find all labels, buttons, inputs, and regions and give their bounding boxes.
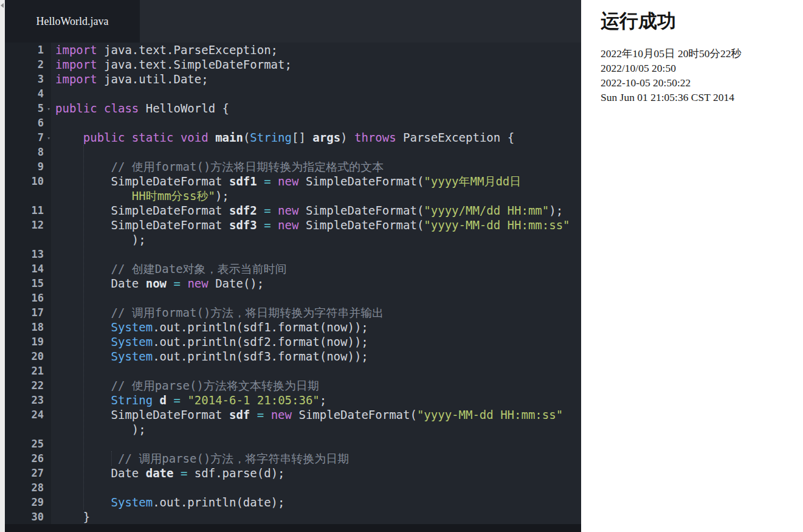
code-line[interactable]: 6 xyxy=(5,116,581,130)
code-line[interactable]: 24 SimpleDateFormat sdf = new SimpleDate… xyxy=(5,407,581,422)
collapse-left-icon[interactable] xyxy=(1,3,4,8)
code-line-text: System.out.println(sdf2.format(now)); xyxy=(51,334,581,349)
code-line[interactable]: 20 System.out.println(sdf3.format(now)); xyxy=(5,349,581,364)
code-line[interactable]: 3import java.util.Date; xyxy=(5,72,581,86)
code-line[interactable]: 29 System.out.println(date); xyxy=(5,495,581,510)
line-number: 11 xyxy=(5,203,51,218)
line-number: 18 xyxy=(5,320,51,334)
output-line: 2022-10-05 20:50:22 xyxy=(601,75,803,90)
fold-chevron-down-icon[interactable]: ▾ xyxy=(47,131,50,145)
output-line: Sun Jun 01 21:05:36 CST 2014 xyxy=(601,90,803,105)
code-line[interactable]: 19 System.out.println(sdf2.format(now)); xyxy=(5,334,581,349)
code-line-text: // 使用parse()方法将文本转换为日期 xyxy=(51,378,581,393)
code-line[interactable]: 4 xyxy=(5,86,581,101)
output-line: 2022/10/05 20:50 xyxy=(601,61,803,75)
code-line[interactable]: 9 // 使用format()方法将日期转换为指定格式的文本 xyxy=(5,159,581,174)
panel-splitter[interactable] xyxy=(0,0,5,532)
code-line[interactable]: 22 // 使用parse()方法将文本转换为日期 xyxy=(5,378,581,393)
code-line-text xyxy=(51,247,581,261)
code-line-text: public class HelloWorld { xyxy=(51,101,581,116)
code-line-text: SimpleDateFormat sdf = new SimpleDateFor… xyxy=(51,407,581,422)
code-line-text xyxy=(51,364,581,378)
code-line[interactable]: 5▾public class HelloWorld { xyxy=(5,101,581,116)
line-number: 14 xyxy=(5,261,51,276)
code-line-text xyxy=(51,116,581,130)
code-line[interactable]: 26 // 调用parse()方法，将字符串转换为日期 xyxy=(5,451,581,466)
fold-chevron-down-icon[interactable]: ▾ xyxy=(47,102,50,116)
run-output-panel: 运行成功 2022年10月05日 20时50分22秒2022/10/05 20:… xyxy=(581,0,803,532)
code-line[interactable]: 25 xyxy=(5,437,581,451)
line-number: 29 xyxy=(5,495,51,510)
code-line[interactable]: 30 } xyxy=(5,510,581,524)
code-line-text: // 调用format()方法，将日期转换为字符串并输出 xyxy=(51,305,581,320)
code-line[interactable]: 2import java.text.SimpleDateFormat; xyxy=(5,57,581,72)
line-number: 26 xyxy=(5,451,51,466)
code-line[interactable]: 8 xyxy=(5,145,581,159)
code-line-text: SimpleDateFormat sdf2 = new SimpleDateFo… xyxy=(51,203,581,218)
code-line[interactable]: 12 SimpleDateFormat sdf3 = new SimpleDat… xyxy=(5,218,581,232)
line-number: 2 xyxy=(5,57,51,72)
code-line-continuation[interactable]: ); xyxy=(5,422,581,437)
code-line[interactable]: 11 SimpleDateFormat sdf2 = new SimpleDat… xyxy=(5,203,581,218)
code-line-text: import java.util.Date; xyxy=(51,72,581,86)
line-number xyxy=(5,422,51,437)
code-line-text: HH时mm分ss秒"); xyxy=(51,188,581,203)
code-editor: HelloWorld.java 1import java.text.ParseE… xyxy=(5,0,581,532)
line-number: 6 xyxy=(5,116,51,130)
line-number: 27 xyxy=(5,466,51,480)
run-status-title: 运行成功 xyxy=(601,9,803,34)
code-line-text: ); xyxy=(51,422,581,437)
code-line[interactable]: 1import java.text.ParseException; xyxy=(5,43,581,57)
code-line-text: // 创建Date对象，表示当前时间 xyxy=(51,261,581,276)
indent-guide xyxy=(83,145,84,510)
line-number xyxy=(5,232,51,247)
code-line-text xyxy=(51,291,581,305)
code-line-text: } xyxy=(51,510,581,524)
code-line-continuation[interactable]: ); xyxy=(5,232,581,247)
code-line-text: System.out.println(sdf3.format(now)); xyxy=(51,349,581,364)
line-number: 5▾ xyxy=(5,101,51,116)
code-line[interactable]: 18 System.out.println(sdf1.format(now)); xyxy=(5,320,581,334)
line-number: 12 xyxy=(5,218,51,232)
code-line-text: public static void main(String[] args) t… xyxy=(51,130,581,145)
code-line[interactable]: 7▾ public static void main(String[] args… xyxy=(5,130,581,145)
code-line[interactable]: 16 xyxy=(5,291,581,305)
tab-helloworld-java[interactable]: HelloWorld.java xyxy=(5,0,140,43)
tab-bar: HelloWorld.java xyxy=(5,0,581,43)
line-number: 9 xyxy=(5,159,51,174)
code-line[interactable]: 17 // 调用format()方法，将日期转换为字符串并输出 xyxy=(5,305,581,320)
line-number: 10 xyxy=(5,174,51,188)
code-line[interactable]: 21 xyxy=(5,364,581,378)
line-number: 4 xyxy=(5,86,51,101)
line-number: 1 xyxy=(5,43,51,57)
code-line-text xyxy=(51,145,581,159)
code-line-text: import java.text.ParseException; xyxy=(51,43,581,57)
code-line[interactable]: 10 SimpleDateFormat sdf1 = new SimpleDat… xyxy=(5,174,581,188)
code-area[interactable]: 1import java.text.ParseException;2import… xyxy=(5,43,581,524)
code-line[interactable]: 28 xyxy=(5,480,581,495)
code-line-text: Date now = new Date(); xyxy=(51,276,581,291)
indent-guide xyxy=(111,451,112,466)
code-line-text: System.out.println(date); xyxy=(51,495,581,510)
code-line-continuation[interactable]: HH时mm分ss秒"); xyxy=(5,188,581,203)
editor-bottom-strip xyxy=(5,524,581,532)
line-number: 22 xyxy=(5,378,51,393)
code-line-text: // 调用parse()方法，将字符串转换为日期 xyxy=(51,451,581,466)
code-line-text: String d = "2014-6-1 21:05:36"; xyxy=(51,393,581,407)
output-line: 2022年10月05日 20时50分22秒 xyxy=(601,46,803,61)
line-number xyxy=(5,188,51,203)
line-number: 25 xyxy=(5,437,51,451)
code-line[interactable]: 13 xyxy=(5,247,581,261)
line-number: 20 xyxy=(5,349,51,364)
code-line-text: System.out.println(sdf1.format(now)); xyxy=(51,320,581,334)
code-line[interactable]: 14 // 创建Date对象，表示当前时间 xyxy=(5,261,581,276)
code-line-text xyxy=(51,437,581,451)
line-number: 24 xyxy=(5,407,51,422)
code-line[interactable]: 15 Date now = new Date(); xyxy=(5,276,581,291)
code-line-text xyxy=(51,480,581,495)
line-number: 28 xyxy=(5,480,51,495)
line-number: 30 xyxy=(5,510,51,524)
code-line[interactable]: 23 String d = "2014-6-1 21:05:36"; xyxy=(5,393,581,407)
line-number: 13 xyxy=(5,247,51,261)
code-line[interactable]: 27 Date date = sdf.parse(d); xyxy=(5,466,581,480)
